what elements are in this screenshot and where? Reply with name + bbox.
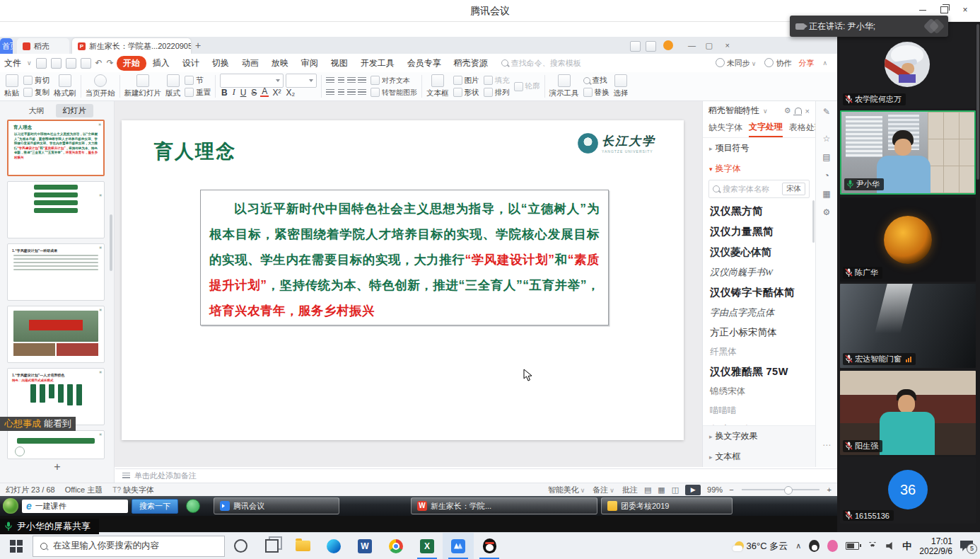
slide-thumbnail[interactable]: ▣育人理念以习近平新时代中国特色社会主义思想为指导，以“立德树人”为根本目标，紧… xyxy=(7,120,105,176)
command-search[interactable]: 查找命令、搜索模板 xyxy=(501,58,581,69)
slide-title[interactable]: 育人理念 xyxy=(154,139,236,164)
slide-thumbnail[interactable]: ▣ xyxy=(7,306,105,363)
note-button[interactable]: 备注∨ xyxy=(593,485,616,495)
numbering-icon[interactable] xyxy=(347,89,356,96)
cortana-button[interactable] xyxy=(225,533,256,559)
layout-panel-icon[interactable]: ▤ xyxy=(822,152,830,162)
print-icon[interactable] xyxy=(66,58,76,69)
format-painter-button[interactable]: 格式刷 xyxy=(54,74,76,98)
excel-button[interactable]: X xyxy=(412,533,443,559)
close-icon[interactable]: × xyxy=(959,4,972,16)
participant-tile[interactable]: 尹小华 xyxy=(840,110,976,195)
section-bullets[interactable]: ▸项目符号 xyxy=(703,138,815,159)
sidebar-scrollbar[interactable] xyxy=(976,24,979,180)
align-center-icon[interactable] xyxy=(338,77,344,84)
align-text-button[interactable]: 对齐文本 xyxy=(371,76,417,86)
subscript-button[interactable]: X₂ xyxy=(284,88,296,98)
slide-textbox[interactable]: 以习近平新时代中国特色社会主义思想为指导，以“立德树人”为根本目标，紧密围绕着学… xyxy=(200,190,609,325)
zoom-in-icon[interactable]: + xyxy=(827,485,832,494)
read-view-icon[interactable]: ◫ xyxy=(672,485,679,495)
tab-docer[interactable]: 稻壳 xyxy=(17,38,69,54)
font-option[interactable]: 汉仪雅酷黑 75W xyxy=(703,362,815,382)
file-menu[interactable]: 文件 xyxy=(4,57,21,69)
docer-member-icon[interactable] xyxy=(663,40,673,50)
clock[interactable]: 17:012022/9/6 xyxy=(919,536,952,556)
font-option[interactable]: 汉仪黑方简 xyxy=(703,201,815,221)
collapse-ribbon-icon[interactable]: ∧ xyxy=(822,59,827,67)
weather-widget[interactable]: 36°C 多云 xyxy=(735,540,788,553)
undo-icon[interactable]: ↶ xyxy=(95,58,103,68)
current-font-button[interactable]: 宋体 xyxy=(782,183,805,195)
taskbar-search-input[interactable]: 在这里输入你要搜索的内容 xyxy=(33,536,225,557)
close-panel-icon[interactable]: × xyxy=(805,107,810,115)
menu-动画[interactable]: 动画 xyxy=(235,56,265,71)
sync-status[interactable]: 未同步∨ xyxy=(716,58,758,69)
bold-button[interactable]: B xyxy=(220,88,229,98)
normal-view-icon[interactable]: ▤ xyxy=(644,485,651,495)
menu-会员专享[interactable]: 会员专享 xyxy=(401,56,448,71)
share-button[interactable]: 分享 xyxy=(798,58,814,69)
gear-icon[interactable]: ⚙ xyxy=(823,207,831,217)
meeting-app-button[interactable] xyxy=(443,533,474,559)
tab-outline[interactable]: 大纲 xyxy=(22,104,52,117)
participant-tile[interactable]: 3616155136 xyxy=(840,457,976,524)
font-option[interactable]: 汉仪力量黑简 xyxy=(703,221,815,242)
fill-button[interactable]: 填充 xyxy=(484,76,510,86)
italic-button[interactable]: I xyxy=(231,87,237,98)
bell-icon[interactable] xyxy=(795,108,802,114)
section-text-effect[interactable]: ▸换文字效果 xyxy=(703,426,815,446)
line-spacing-icon[interactable] xyxy=(326,89,334,96)
edit-icon[interactable]: ✎ xyxy=(823,107,830,117)
justify-icon[interactable] xyxy=(358,77,366,84)
tim-tray-icon[interactable] xyxy=(827,540,838,552)
tab-slides[interactable]: 幻灯片 xyxy=(56,104,93,117)
paste-button[interactable]: 粘贴 xyxy=(4,74,19,98)
font-color-button[interactable]: A xyxy=(260,88,269,97)
wps-close-icon[interactable]: × xyxy=(725,40,730,50)
indent-icon[interactable] xyxy=(358,89,366,96)
output-icon[interactable] xyxy=(51,58,62,69)
beautify-button[interactable]: 智能美化∨ xyxy=(548,485,587,495)
notes-bar[interactable]: 单击此处添加备注 xyxy=(115,468,837,482)
textbox-button[interactable]: 文本框 xyxy=(426,74,449,98)
ime-indicator[interactable]: 中 xyxy=(902,540,911,553)
restore-icon[interactable] xyxy=(938,4,950,16)
font-option[interactable]: 方正小标宋简体 xyxy=(703,323,815,342)
save-icon[interactable] xyxy=(36,58,47,69)
start-button[interactable] xyxy=(0,533,33,559)
word-button[interactable]: W xyxy=(349,533,380,559)
participant-tile[interactable]: 陈广华 xyxy=(840,197,976,282)
menu-开始[interactable]: 开始 xyxy=(117,56,146,71)
zoom-level[interactable]: 99% xyxy=(707,485,723,494)
qq-tray-icon[interactable] xyxy=(809,540,819,552)
font-option[interactable]: 汉仪尚巍手书W xyxy=(703,263,815,282)
font-option[interactable]: 喵喵喵 xyxy=(703,401,815,420)
add-slide-button[interactable]: + xyxy=(0,461,115,473)
sorter-view-icon[interactable]: ▦ xyxy=(658,485,665,495)
docer-tab[interactable]: 缺失字体 xyxy=(708,122,742,137)
outline-button[interactable]: 轮廓 xyxy=(514,81,540,91)
redo-icon[interactable]: ↷ xyxy=(107,58,114,68)
start-orb-icon[interactable] xyxy=(3,498,18,514)
split-view-icon[interactable] xyxy=(629,41,638,51)
font-option[interactable]: 汉仪菱心体简 xyxy=(703,242,815,263)
smart-graphic-button[interactable]: 转智能图形 xyxy=(371,88,417,98)
font-option[interactable]: 字由点字亮点体 xyxy=(703,303,815,323)
underline-button[interactable]: U xyxy=(239,88,248,98)
superscript-button[interactable]: X² xyxy=(271,88,282,98)
clock-icon[interactable]: ◔ xyxy=(824,171,829,180)
browser-icon[interactable] xyxy=(186,499,200,513)
copy-button[interactable]: 复制 xyxy=(23,88,49,98)
menu-切换[interactable]: 切换 xyxy=(206,56,235,71)
wps-minimize-icon[interactable]: — xyxy=(688,40,696,50)
layout-button[interactable]: 版式 xyxy=(165,74,180,98)
theme-name[interactable]: Office 主题 xyxy=(65,485,103,495)
qq-button[interactable] xyxy=(474,533,505,559)
menu-插入[interactable]: 插入 xyxy=(146,56,176,71)
select-button[interactable]: 选择 xyxy=(614,74,629,98)
strike-button[interactable]: S xyxy=(250,88,258,98)
thumbnail-scrollbar[interactable] xyxy=(110,214,112,271)
battery-icon[interactable] xyxy=(846,542,859,550)
tab-home[interactable]: 首页 xyxy=(0,38,13,54)
task-view-button[interactable] xyxy=(256,533,287,559)
